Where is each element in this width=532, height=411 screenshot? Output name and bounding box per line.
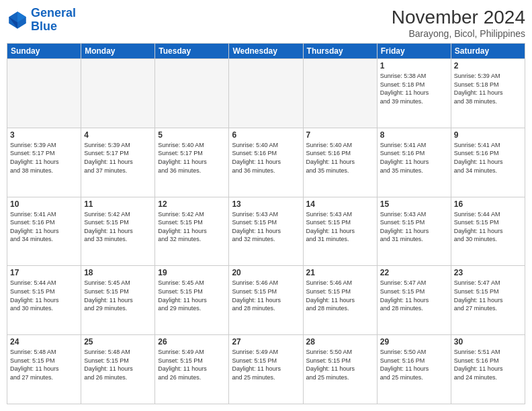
- day-number: 23: [454, 268, 522, 277]
- day-number: 30: [454, 337, 522, 347]
- cell-info: Sunrise: 5:48 AM Sunset: 5:15 PM Dayligh…: [10, 348, 78, 381]
- day-number: 11: [84, 199, 152, 209]
- calendar-cell: [155, 59, 229, 128]
- calendar-cell: [7, 59, 81, 128]
- cell-info: Sunrise: 5:40 AM Sunset: 5:16 PM Dayligh…: [232, 141, 300, 175]
- day-number: 3: [10, 130, 78, 140]
- cell-info: Sunrise: 5:44 AM Sunset: 5:15 PM Dayligh…: [454, 210, 522, 244]
- calendar-cell: 30Sunrise: 5:51 AM Sunset: 5:16 PM Dayli…: [451, 335, 525, 404]
- cell-info: Sunrise: 5:48 AM Sunset: 5:15 PM Dayligh…: [84, 348, 152, 381]
- day-number: 22: [380, 268, 448, 277]
- logo-line1: General: [31, 6, 76, 19]
- page: General Blue November 2024 Barayong, Bic…: [0, 0, 532, 411]
- header: General Blue November 2024 Barayong, Bic…: [7, 7, 525, 39]
- calendar: SundayMondayTuesdayWednesdayThursdayFrid…: [7, 43, 525, 404]
- calendar-header-tuesday: Tuesday: [155, 44, 229, 59]
- calendar-cell: 11Sunrise: 5:42 AM Sunset: 5:15 PM Dayli…: [81, 197, 155, 266]
- cell-info: Sunrise: 5:42 AM Sunset: 5:15 PM Dayligh…: [158, 210, 226, 244]
- day-number: 12: [158, 199, 226, 209]
- day-number: 13: [232, 199, 300, 209]
- calendar-cell: 6Sunrise: 5:40 AM Sunset: 5:16 PM Daylig…: [229, 128, 303, 197]
- day-number: 14: [306, 199, 374, 209]
- calendar-cell: 1Sunrise: 5:38 AM Sunset: 5:18 PM Daylig…: [377, 59, 451, 128]
- cell-info: Sunrise: 5:39 AM Sunset: 5:17 PM Dayligh…: [84, 141, 152, 175]
- calendar-cell: [81, 59, 155, 128]
- cell-info: Sunrise: 5:47 AM Sunset: 5:15 PM Dayligh…: [454, 279, 522, 312]
- cell-info: Sunrise: 5:38 AM Sunset: 5:18 PM Dayligh…: [380, 72, 448, 105]
- calendar-header-thursday: Thursday: [303, 44, 377, 59]
- calendar-cell: 18Sunrise: 5:45 AM Sunset: 5:15 PM Dayli…: [81, 266, 155, 335]
- day-number: 25: [84, 337, 152, 347]
- day-number: 7: [306, 130, 374, 140]
- calendar-header-wednesday: Wednesday: [229, 44, 303, 59]
- calendar-cell: 14Sunrise: 5:43 AM Sunset: 5:15 PM Dayli…: [303, 197, 377, 266]
- cell-info: Sunrise: 5:47 AM Sunset: 5:15 PM Dayligh…: [380, 279, 448, 312]
- cell-info: Sunrise: 5:51 AM Sunset: 5:16 PM Dayligh…: [454, 348, 522, 381]
- calendar-cell: [303, 59, 377, 128]
- cell-info: Sunrise: 5:45 AM Sunset: 5:15 PM Dayligh…: [158, 279, 226, 312]
- cell-info: Sunrise: 5:49 AM Sunset: 5:15 PM Dayligh…: [158, 348, 226, 381]
- day-number: 15: [380, 199, 448, 209]
- logo-line2: Blue: [31, 19, 57, 33]
- cell-info: Sunrise: 5:42 AM Sunset: 5:15 PM Dayligh…: [84, 210, 152, 244]
- cell-info: Sunrise: 5:41 AM Sunset: 5:16 PM Dayligh…: [380, 141, 448, 175]
- calendar-cell: 2Sunrise: 5:39 AM Sunset: 5:18 PM Daylig…: [451, 59, 525, 128]
- day-number: 10: [10, 199, 78, 209]
- calendar-cell: 24Sunrise: 5:48 AM Sunset: 5:15 PM Dayli…: [7, 335, 81, 404]
- calendar-header-sunday: Sunday: [7, 44, 81, 59]
- calendar-cell: [229, 59, 303, 128]
- calendar-cell: 4Sunrise: 5:39 AM Sunset: 5:17 PM Daylig…: [81, 128, 155, 197]
- calendar-cell: 12Sunrise: 5:42 AM Sunset: 5:15 PM Dayli…: [155, 197, 229, 266]
- calendar-cell: 9Sunrise: 5:41 AM Sunset: 5:16 PM Daylig…: [451, 128, 525, 197]
- month-title: November 2024: [392, 7, 525, 28]
- calendar-cell: 20Sunrise: 5:46 AM Sunset: 5:15 PM Dayli…: [229, 266, 303, 335]
- calendar-header-friday: Friday: [377, 44, 451, 59]
- day-number: 20: [232, 268, 300, 277]
- calendar-cell: 19Sunrise: 5:45 AM Sunset: 5:15 PM Dayli…: [155, 266, 229, 335]
- cell-info: Sunrise: 5:43 AM Sunset: 5:15 PM Dayligh…: [380, 210, 448, 244]
- calendar-cell: 27Sunrise: 5:49 AM Sunset: 5:15 PM Dayli…: [229, 335, 303, 404]
- day-number: 8: [380, 130, 448, 140]
- calendar-header-monday: Monday: [81, 44, 155, 59]
- calendar-cell: 28Sunrise: 5:50 AM Sunset: 5:15 PM Dayli…: [303, 335, 377, 404]
- cell-info: Sunrise: 5:50 AM Sunset: 5:16 PM Dayligh…: [380, 348, 448, 381]
- cell-info: Sunrise: 5:41 AM Sunset: 5:16 PM Dayligh…: [454, 141, 522, 175]
- calendar-cell: 21Sunrise: 5:46 AM Sunset: 5:15 PM Dayli…: [303, 266, 377, 335]
- day-number: 18: [84, 268, 152, 277]
- subtitle: Barayong, Bicol, Philippines: [392, 28, 525, 39]
- cell-info: Sunrise: 5:40 AM Sunset: 5:16 PM Dayligh…: [306, 141, 374, 175]
- cell-info: Sunrise: 5:43 AM Sunset: 5:15 PM Dayligh…: [232, 210, 300, 244]
- day-number: 24: [10, 337, 78, 347]
- cell-info: Sunrise: 5:39 AM Sunset: 5:18 PM Dayligh…: [454, 72, 522, 105]
- calendar-cell: 5Sunrise: 5:40 AM Sunset: 5:17 PM Daylig…: [155, 128, 229, 197]
- calendar-header-saturday: Saturday: [451, 44, 525, 59]
- calendar-cell: 8Sunrise: 5:41 AM Sunset: 5:16 PM Daylig…: [377, 128, 451, 197]
- day-number: 28: [306, 337, 374, 347]
- cell-info: Sunrise: 5:45 AM Sunset: 5:15 PM Dayligh…: [84, 279, 152, 312]
- day-number: 4: [84, 130, 152, 140]
- day-number: 6: [232, 130, 300, 140]
- day-number: 29: [380, 337, 448, 347]
- cell-info: Sunrise: 5:49 AM Sunset: 5:15 PM Dayligh…: [232, 348, 300, 381]
- day-number: 2: [454, 61, 522, 71]
- logo-icon: [7, 9, 28, 31]
- cell-info: Sunrise: 5:40 AM Sunset: 5:17 PM Dayligh…: [158, 141, 226, 175]
- calendar-cell: 13Sunrise: 5:43 AM Sunset: 5:15 PM Dayli…: [229, 197, 303, 266]
- day-number: 5: [158, 130, 226, 140]
- cell-info: Sunrise: 5:46 AM Sunset: 5:15 PM Dayligh…: [306, 279, 374, 312]
- day-number: 17: [10, 268, 78, 277]
- day-number: 27: [232, 337, 300, 347]
- calendar-cell: 17Sunrise: 5:44 AM Sunset: 5:15 PM Dayli…: [7, 266, 81, 335]
- cell-info: Sunrise: 5:41 AM Sunset: 5:16 PM Dayligh…: [10, 210, 78, 244]
- cell-info: Sunrise: 5:50 AM Sunset: 5:15 PM Dayligh…: [306, 348, 374, 381]
- cell-info: Sunrise: 5:46 AM Sunset: 5:15 PM Dayligh…: [232, 279, 300, 312]
- day-number: 9: [454, 130, 522, 140]
- cell-info: Sunrise: 5:43 AM Sunset: 5:15 PM Dayligh…: [306, 210, 374, 244]
- calendar-cell: 3Sunrise: 5:39 AM Sunset: 5:17 PM Daylig…: [7, 128, 81, 197]
- day-number: 16: [454, 199, 522, 209]
- calendar-cell: 15Sunrise: 5:43 AM Sunset: 5:15 PM Dayli…: [377, 197, 451, 266]
- cell-info: Sunrise: 5:44 AM Sunset: 5:15 PM Dayligh…: [10, 279, 78, 312]
- calendar-cell: 7Sunrise: 5:40 AM Sunset: 5:16 PM Daylig…: [303, 128, 377, 197]
- calendar-cell: 25Sunrise: 5:48 AM Sunset: 5:15 PM Dayli…: [81, 335, 155, 404]
- cell-info: Sunrise: 5:39 AM Sunset: 5:17 PM Dayligh…: [10, 141, 78, 175]
